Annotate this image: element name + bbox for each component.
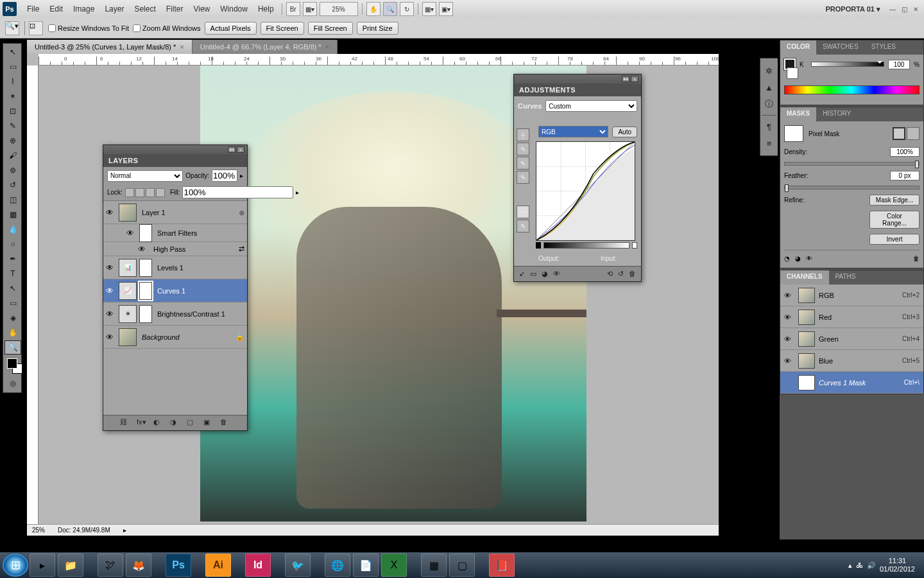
eraser-tool-icon[interactable]: ◫ bbox=[4, 193, 21, 207]
fill-input[interactable] bbox=[182, 186, 293, 198]
visibility-icon[interactable]: 👁 bbox=[126, 229, 137, 238]
taskbar-notepad-icon[interactable]: 📄 bbox=[353, 554, 379, 577]
taskbar-firefox-icon[interactable]: 🦊 bbox=[126, 554, 151, 577]
tab-channels[interactable]: CHANNELS bbox=[780, 270, 829, 285]
history-brush-tool-icon[interactable]: ↺ bbox=[4, 178, 21, 192]
menu-image[interactable]: Image bbox=[68, 4, 99, 13]
healing-tool-icon[interactable]: ⊕ bbox=[4, 134, 21, 148]
sample-gray-icon[interactable]: ✎ bbox=[517, 157, 529, 170]
mask-edge-button[interactable]: Mask Edge... bbox=[869, 195, 920, 206]
hand-tool-icon[interactable]: ✋ bbox=[4, 326, 21, 340]
path-select-tool-icon[interactable]: ↖ bbox=[4, 281, 21, 295]
resize-windows-checkbox[interactable]: Resize Windows To Fit bbox=[48, 24, 129, 32]
invert-button[interactable]: Invert bbox=[869, 234, 920, 245]
visibility-icon[interactable]: 👁 bbox=[784, 292, 794, 299]
menu-help[interactable]: Help bbox=[253, 4, 279, 13]
clip-icon[interactable]: ◕ bbox=[542, 270, 548, 278]
pencil-mode-icon[interactable]: ✎ bbox=[517, 220, 529, 232]
zoom-level-display[interactable]: 25% bbox=[320, 2, 358, 16]
return-arrow-icon[interactable]: ↙ bbox=[519, 270, 525, 278]
layer-row[interactable]: 👁 Layer 1 ◎ bbox=[103, 201, 247, 224]
lock-transparency-icon[interactable] bbox=[125, 188, 134, 197]
workspace-switcher[interactable]: PROPORTA 01 ▾ bbox=[819, 5, 887, 13]
menu-filter[interactable]: Filter bbox=[161, 4, 189, 13]
paragraph-icon[interactable]: ≡ bbox=[762, 136, 776, 150]
close-icon[interactable]: × bbox=[631, 76, 638, 82]
status-doc-size[interactable]: Doc: 24.9M/49.8M bbox=[58, 527, 110, 534]
auto-button[interactable]: Auto bbox=[612, 127, 637, 137]
fit-screen-button[interactable]: Fit Screen bbox=[261, 22, 304, 35]
layer-row[interactable]: 👁 📈 Curves 1 bbox=[103, 279, 247, 302]
character-icon[interactable]: ¶ bbox=[762, 119, 776, 134]
adjustment-icon[interactable]: ◑ bbox=[170, 418, 180, 428]
taskbar-pdf-icon[interactable]: 📕 bbox=[489, 554, 515, 577]
panel-header[interactable]: ◂◂ × bbox=[103, 145, 247, 154]
visibility-icon[interactable]: 👁 bbox=[784, 335, 794, 343]
channel-select[interactable]: RGB bbox=[538, 126, 608, 137]
density-slider-handle[interactable] bbox=[915, 161, 919, 168]
taskbar-pidgin-icon[interactable]: 🐦 bbox=[285, 554, 311, 577]
layer-name[interactable]: Background bbox=[139, 333, 233, 341]
visibility-icon[interactable]: 👁 bbox=[138, 245, 148, 254]
menu-window[interactable]: Window bbox=[215, 4, 253, 13]
load-selection-icon[interactable]: ◔ bbox=[784, 255, 790, 262]
visibility-icon[interactable]: 👁 bbox=[106, 310, 116, 319]
trash-icon[interactable]: 🗑 bbox=[220, 418, 230, 428]
layer-name[interactable]: Layer 1 bbox=[139, 209, 237, 216]
start-button[interactable]: ⊞ bbox=[3, 554, 28, 577]
sample-white-icon[interactable]: ✎ bbox=[517, 171, 529, 184]
tray-flag-icon[interactable]: ▴ bbox=[848, 561, 852, 570]
curves-graph[interactable] bbox=[536, 141, 635, 241]
tab-untitled-4[interactable]: Untitled-4 @ 66.7% (Layer 4, RGB/8) *× bbox=[193, 40, 338, 54]
visibility-icon[interactable]: 👁 bbox=[106, 286, 116, 295]
layer-mask-thumb[interactable] bbox=[139, 282, 152, 300]
layer-name[interactable]: Curves 1 bbox=[155, 287, 244, 295]
trash-icon[interactable]: 🗑 bbox=[629, 270, 636, 278]
group-icon[interactable]: ▢ bbox=[187, 418, 197, 428]
lock-pixels-icon[interactable] bbox=[135, 188, 144, 197]
fill-screen-button[interactable]: Fill Screen bbox=[308, 22, 353, 35]
close-icon[interactable]: × bbox=[180, 43, 184, 51]
channel-row[interactable]: 👁 Green Ctrl+4 bbox=[780, 328, 923, 350]
color-ramp[interactable] bbox=[784, 85, 920, 94]
visibility-icon[interactable]: 👁 bbox=[784, 313, 794, 321]
collapse-icon[interactable]: ◂◂ bbox=[622, 76, 629, 82]
layer-row[interactable]: 👁 Background 🔒 bbox=[103, 326, 247, 349]
taskbar-explorer-icon[interactable]: 📁 bbox=[58, 554, 83, 577]
tab-swatches[interactable]: SWATCHES bbox=[816, 40, 865, 55]
taskbar-indesign-icon[interactable]: Id bbox=[245, 554, 271, 577]
horizontal-ruler[interactable]: 0612141824303642485460667278849096108 bbox=[38, 54, 719, 66]
taskbar-thunderbird-icon[interactable]: 🕊 bbox=[98, 554, 123, 577]
target-adjust-icon[interactable]: ┼ bbox=[517, 128, 529, 141]
zoom-all-windows-checkbox[interactable]: Zoom All Windows bbox=[133, 24, 200, 32]
tray-network-icon[interactable]: 🖧 bbox=[856, 561, 863, 569]
menu-select[interactable]: Select bbox=[129, 4, 160, 13]
fx-icon[interactable]: fx▾ bbox=[137, 418, 147, 428]
arrange-documents-icon[interactable]: ▦▾ bbox=[422, 2, 436, 16]
taskbar-clock[interactable]: 11:31 01/02/2012 bbox=[880, 557, 915, 574]
link-icon[interactable]: ⛓ bbox=[120, 418, 130, 428]
lasso-tool-icon[interactable]: ⌇ bbox=[4, 74, 21, 89]
opacity-input[interactable] bbox=[212, 170, 237, 182]
reset-icon[interactable]: ↺ bbox=[618, 270, 624, 278]
navigator-icon[interactable]: ✲ bbox=[762, 64, 776, 78]
color-range-button[interactable]: Color Range... bbox=[869, 211, 920, 229]
visibility-icon[interactable]: 👁 bbox=[784, 357, 794, 365]
rotate-view-icon[interactable]: ↻ bbox=[400, 2, 414, 16]
vector-mask-icon[interactable] bbox=[907, 127, 920, 140]
type-tool-icon[interactable]: T bbox=[4, 267, 21, 281]
zoom-tool-icon[interactable]: 🔍 bbox=[4, 340, 21, 355]
tab-color[interactable]: COLOR bbox=[780, 40, 816, 55]
3d-tool-icon[interactable]: ◈ bbox=[4, 311, 21, 325]
preset-select[interactable]: Custom bbox=[545, 100, 637, 112]
previous-state-icon[interactable]: ⟲ bbox=[607, 270, 613, 278]
brush-tool-icon[interactable]: 🖌 bbox=[4, 148, 21, 162]
new-layer-icon[interactable]: ▣ bbox=[203, 418, 214, 428]
filter-name[interactable]: High Pass bbox=[151, 245, 236, 253]
blend-mode-select[interactable]: Normal bbox=[107, 170, 183, 182]
adjustment-thumb[interactable]: 📈 bbox=[119, 282, 137, 300]
channel-row[interactable]: Curves 1 Mask Ctrl+\ bbox=[780, 372, 923, 394]
panel-header[interactable]: ◂◂ × bbox=[514, 74, 641, 83]
tab-untitled-3[interactable]: Untitled-3 @ 25% (Curves 1, Layer Mask/8… bbox=[27, 40, 193, 54]
status-zoom[interactable]: 25% bbox=[32, 527, 45, 534]
